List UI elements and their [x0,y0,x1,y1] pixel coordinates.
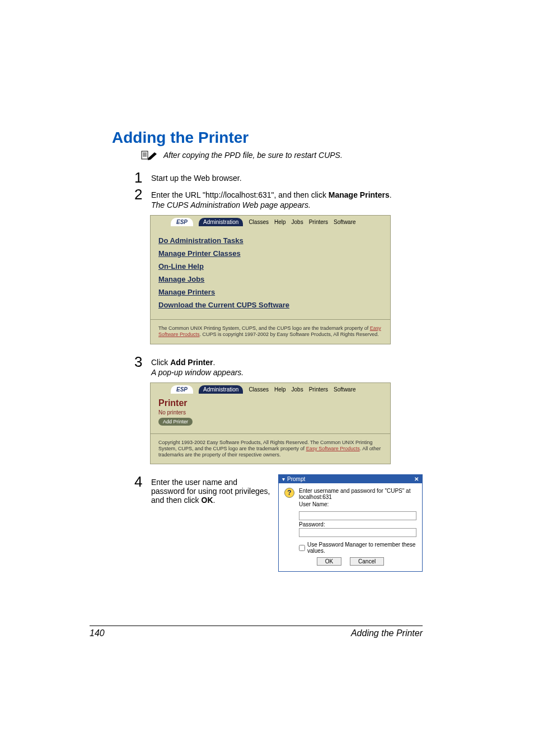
password-input[interactable] [299,528,416,537]
username-input[interactable] [299,511,416,520]
link-manage-printer-classes[interactable]: Manage Printer Classes [158,249,382,258]
footer-divider [90,626,423,626]
footer-title: Adding the Printer [351,628,423,638]
step-subtext: A pop-up window appears. [151,368,423,377]
tab-esp[interactable]: ESP [171,218,193,226]
step-body: Enter the user name and password for usi… [151,474,271,572]
add-printer-button[interactable]: Add Printer [158,418,193,426]
tab-help[interactable]: Help [274,386,286,393]
step-body: Enter the URL "http://localhost:631", an… [151,187,423,209]
step-text: Click [151,358,170,367]
step-body: Click Add Printer. A pop-up window appea… [151,354,423,377]
no-printers-text: No printers [151,409,390,418]
tab-help[interactable]: Help [274,219,286,225]
cups-tabs: ESP Administration Classes Help Jobs Pri… [151,216,390,226]
tab-administration[interactable]: Administration [199,385,243,394]
step-subtext: The CUPS Administration Web page appears… [151,200,423,209]
tab-esp[interactable]: ESP [171,385,193,394]
note-row: After copying the PPD file, be sure to r… [141,150,423,160]
step-text-end: . [390,190,392,199]
cups-footnote: The Common UNIX Printing System, CUPS, a… [151,323,390,344]
step-text: Enter the URL "http://localhost:631", an… [151,190,329,199]
link-manage-jobs[interactable]: Manage Jobs [158,275,382,283]
note-icon [141,150,158,160]
dialog-message: Enter username and password for "CUPS" a… [299,488,416,500]
tab-administration[interactable]: Administration [199,218,243,226]
step-bold: Add Printer [170,358,213,367]
cups-printer-screenshot: ESP Administration Classes Help Jobs Pri… [150,382,391,465]
tab-jobs[interactable]: Jobs [292,386,303,393]
step-4: 4 Enter the user name and password for u… [134,474,423,572]
step-number: 4 [134,474,144,572]
step-body: Start up the Web browser. [151,170,423,185]
link-do-admin-tasks[interactable]: Do Administration Tasks [158,236,382,245]
tab-software[interactable]: Software [334,386,355,393]
cups-admin-screenshot: ESP Administration Classes Help Jobs Pri… [150,215,391,344]
footnote-text-a: The Common UNIX Printing System, CUPS, a… [158,325,370,331]
cups-footnote: Copyright 1993-2002 Easy Software Produc… [151,437,390,464]
step-number: 3 [134,354,144,377]
tab-printers[interactable]: Printers [309,219,328,225]
page-footer: 140 Adding the Printer [90,626,423,638]
tab-software[interactable]: Software [334,219,355,225]
link-on-line-help[interactable]: On-Line Help [158,262,382,270]
cancel-button[interactable]: Cancel [350,557,384,566]
step-2: 2 Enter the URL "http://localhost:631", … [134,187,423,209]
divider [151,433,390,434]
divider [151,319,390,320]
password-label: Password: [299,521,416,528]
dialog-titlebar: ▾Prompt ✕ [279,475,422,483]
chevron-down-icon: ▾ [282,476,285,482]
note-text: After copying the PPD file, be sure to r… [163,151,343,160]
remember-checkbox[interactable] [299,545,305,551]
link-download-cups-software[interactable]: Download the Current CUPS Software [158,301,382,309]
step-3: 3 Click Add Printer. A pop-up window app… [134,354,423,377]
link-manage-printers[interactable]: Manage Printers [158,288,382,296]
page-number: 140 [90,628,105,638]
auth-prompt-dialog: ▾Prompt ✕ ? Enter username and password … [278,474,423,572]
step-1: 1 Start up the Web browser. [134,170,423,185]
tab-jobs[interactable]: Jobs [292,219,303,225]
step-number: 1 [134,170,144,185]
page-heading: Adding the Printer [112,129,423,147]
username-label: User Name: [299,501,416,507]
step-text-end: . [213,358,215,367]
question-icon: ? [284,488,294,498]
step-bold: Manage Printers [329,190,390,199]
step-text-end: . [213,496,216,505]
footnote-link[interactable]: Easy Software Products [306,446,360,451]
close-icon[interactable]: ✕ [414,476,419,482]
dialog-title: Prompt [287,476,305,482]
printer-heading: Printer [151,394,390,409]
remember-label: Use Password Manager to remember these v… [307,542,416,554]
cups-tabs: ESP Administration Classes Help Jobs Pri… [151,383,390,394]
step-bold: OK [202,496,213,505]
step-number: 2 [134,187,144,209]
tab-classes[interactable]: Classes [249,219,269,225]
tab-classes[interactable]: Classes [249,386,269,393]
ok-button[interactable]: OK [317,557,341,566]
tab-printers[interactable]: Printers [309,386,328,393]
footnote-text-b: . CUPS is copyright 1997-2002 by Easy So… [200,332,379,337]
